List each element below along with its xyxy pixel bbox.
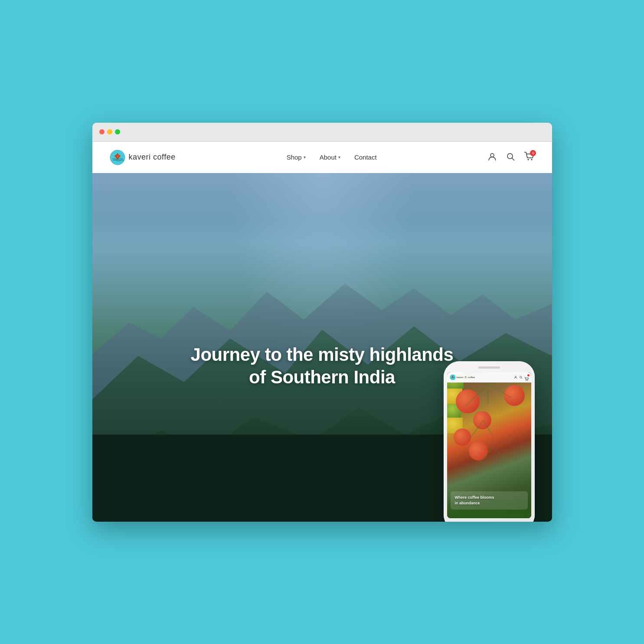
svg-point-8 — [520, 376, 521, 378]
phone-caption-text: Where coffee blooms in abundance — [455, 495, 523, 506]
svg-point-7 — [515, 376, 516, 377]
svg-line-18 — [492, 447, 506, 458]
phone-account-icon — [514, 376, 517, 379]
browser-dots — [99, 129, 120, 134]
dot-close[interactable] — [99, 129, 105, 134]
phone-cart-icon — [524, 375, 529, 379]
logo-icon — [110, 150, 125, 165]
phone-mockup: kaveri ☕ coffee — [444, 361, 535, 522]
svg-point-5 — [531, 159, 533, 160]
cart-badge: 0 — [530, 150, 536, 156]
chevron-down-icon: ▾ — [338, 155, 340, 160]
dot-maximize[interactable] — [115, 129, 120, 134]
svg-line-3 — [512, 158, 515, 160]
phone-logo-icon — [450, 374, 456, 380]
svg-line-15 — [470, 420, 483, 438]
chevron-down-icon: ▾ — [304, 155, 306, 160]
svg-line-17 — [479, 447, 492, 463]
cart-button[interactable]: 0 — [524, 152, 534, 163]
svg-point-1 — [490, 154, 494, 157]
search-button[interactable] — [506, 152, 515, 163]
svg-point-11 — [527, 380, 528, 381]
phone-search-icon — [519, 376, 523, 379]
phone-navbar: kaveri ☕ coffee — [447, 372, 531, 382]
svg-point-10 — [526, 380, 526, 381]
nav-link-shop[interactable]: Shop ▾ — [287, 154, 306, 161]
search-icon — [506, 152, 515, 161]
nav-icons: 0 — [487, 152, 534, 163]
phone-screen: kaveri ☕ coffee — [447, 372, 531, 518]
phone-cart-badge — [527, 374, 530, 376]
nav-links: Shop ▾ About ▾ Contact — [287, 154, 377, 161]
phone-logo-text: kaveri ☕ coffee — [457, 376, 475, 379]
svg-line-9 — [521, 378, 522, 379]
dot-minimize[interactable] — [107, 129, 112, 134]
phone-speaker — [478, 366, 500, 369]
svg-line-14 — [488, 383, 510, 397]
svg-point-2 — [507, 154, 513, 159]
logo-text-brand: kaveri coffee — [129, 153, 176, 162]
nav-link-contact[interactable]: Contact — [354, 154, 377, 161]
account-icon — [487, 152, 497, 161]
hero-section: Journey to the misty highlands of Southe… — [92, 173, 552, 522]
svg-line-16 — [483, 420, 492, 436]
phone-caption: Where coffee blooms in abundance — [451, 491, 528, 509]
logo[interactable]: kaveri coffee — [110, 150, 176, 165]
svg-point-4 — [528, 159, 529, 160]
phone-logo-small: kaveri ☕ coffee — [450, 374, 475, 380]
account-button[interactable] — [487, 152, 497, 163]
navbar: kaveri coffee Shop ▾ About ▾ Contact — [92, 142, 552, 173]
browser-content: kaveri coffee Shop ▾ About ▾ Contact — [92, 142, 552, 522]
browser-window: kaveri coffee Shop ▾ About ▾ Contact — [92, 123, 552, 522]
phone-screen-content: kaveri ☕ coffee — [447, 372, 531, 518]
phone-outer: kaveri ☕ coffee — [444, 361, 535, 522]
browser-chrome — [92, 123, 552, 142]
svg-line-12 — [465, 383, 487, 406]
phone-nav-icons-small — [514, 375, 529, 379]
nav-link-about[interactable]: About ▾ — [320, 154, 340, 161]
